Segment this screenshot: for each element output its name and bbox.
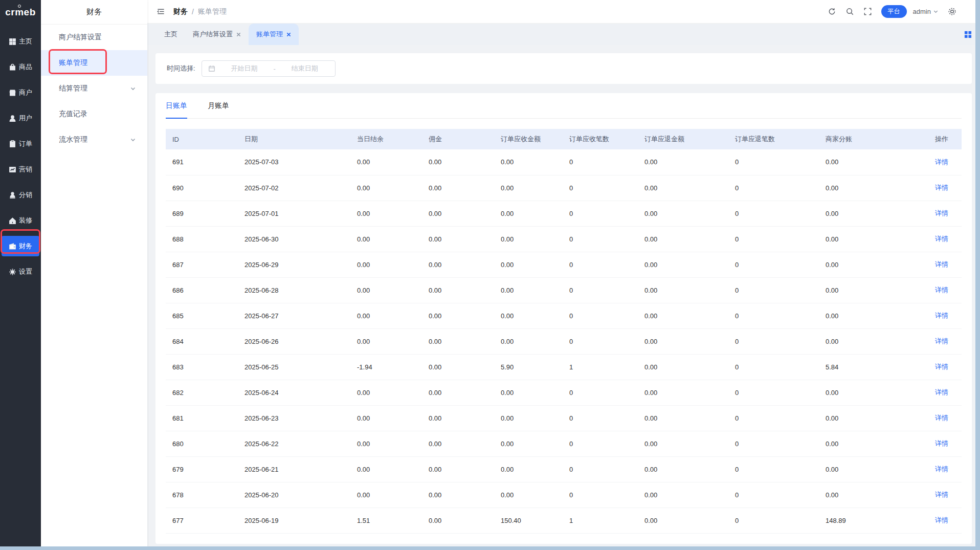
- tab-daily-bill[interactable]: 日账单: [166, 93, 187, 118]
- cell-commission: 0.00: [429, 252, 501, 277]
- sidebar-item-label: 商户: [19, 88, 32, 97]
- sidebar-item-marketing[interactable]: 营销: [2, 159, 39, 180]
- table-row: 678 2025-06-20 0.00 0.00 0.00 0 0.00 0 0…: [166, 482, 962, 508]
- cell-commission: 0.00: [429, 508, 501, 533]
- sidebar-item-label: 财务: [19, 241, 32, 251]
- sidebar-item-order[interactable]: 订单: [2, 134, 39, 154]
- cell-commission: 0.00: [429, 380, 501, 405]
- detail-link[interactable]: 详情: [935, 184, 948, 191]
- cell-receivable-amount: 0.00: [501, 303, 569, 328]
- menu-fold-icon[interactable]: [157, 7, 165, 16]
- cell-date: 2025-06-26: [244, 328, 357, 354]
- sidebar-item-label: 设置: [19, 267, 32, 276]
- table-row: 680 2025-06-22 0.00 0.00 0.00 0 0.00 0 0…: [166, 431, 962, 456]
- cell-refundable-amount: 0.00: [644, 149, 735, 175]
- col-refundable-count: 订单应退笔数: [735, 129, 826, 149]
- cell-receivable-amount: 0.00: [501, 482, 569, 508]
- platform-badge[interactable]: 平台: [881, 5, 907, 18]
- menu-item-bill-management[interactable]: 账单管理: [41, 50, 147, 76]
- menu-item-flow-management[interactable]: 流水管理: [41, 127, 147, 152]
- col-receivable-amount: 订单应收金额: [501, 129, 569, 149]
- end-date-input[interactable]: 结束日期: [281, 64, 329, 73]
- sidebar-item-merchant[interactable]: 商户: [2, 82, 39, 103]
- cell-commission: 0.00: [429, 328, 501, 354]
- cell-merchant-split: 0.00: [826, 482, 935, 508]
- menu-item-recharge-record[interactable]: 充值记录: [41, 101, 147, 127]
- page-tab-home[interactable]: 主页: [157, 24, 185, 45]
- cell-receivable-amount: 0.00: [501, 252, 569, 277]
- fullscreen-icon[interactable]: [863, 7, 872, 16]
- detail-link[interactable]: 详情: [935, 235, 948, 243]
- cell-receivable-amount: 0.00: [501, 328, 569, 354]
- cell-date: 2025-06-25: [244, 354, 357, 380]
- user-menu[interactable]: admin: [913, 8, 939, 15]
- page-tab-bill-management[interactable]: 账单管理: [249, 24, 299, 45]
- cell-refundable-count: 0: [735, 252, 826, 277]
- sidebar-item-decoration[interactable]: 装修: [2, 210, 39, 231]
- sidebar-item-settings[interactable]: 设置: [2, 261, 39, 282]
- detail-link[interactable]: 详情: [935, 465, 948, 473]
- close-icon[interactable]: [286, 32, 291, 37]
- cell-receivable-count: 1: [569, 508, 644, 533]
- detail-link[interactable]: 详情: [935, 286, 948, 294]
- cell-commission: 0.00: [429, 303, 501, 328]
- cell-commission: 0.00: [429, 354, 501, 380]
- detail-link[interactable]: 详情: [935, 337, 948, 345]
- detail-link[interactable]: 详情: [935, 414, 948, 422]
- cell-commission: 0.00: [429, 277, 501, 303]
- cell-merchant-split: 5.84: [826, 354, 935, 380]
- table-row: 687 2025-06-29 0.00 0.00 0.00 0 0.00 0 0…: [166, 252, 962, 277]
- menu-item-merchant-settlement-settings[interactable]: 商户结算设置: [41, 25, 147, 50]
- cell-refundable-amount: 0.00: [644, 277, 735, 303]
- cell-receivable-amount: 0.00: [501, 456, 569, 482]
- detail-link[interactable]: 详情: [935, 491, 948, 498]
- detail-link[interactable]: 详情: [935, 158, 948, 166]
- app-root: crmeb 主页 商品 商户 用户 订单: [0, 0, 980, 550]
- cell-refundable-count: 0: [735, 431, 826, 456]
- product-icon: [9, 63, 16, 71]
- horizontal-scrollbar[interactable]: [0, 546, 980, 550]
- cell-date: 2025-06-28: [244, 277, 357, 303]
- sidebar-item-user[interactable]: 用户: [2, 108, 39, 128]
- cell-refundable-amount: 0.00: [644, 201, 735, 226]
- menu-item-settlement-management[interactable]: 结算管理: [41, 76, 147, 101]
- main-area: 财务 / 账单管理 平台 admin 主页: [147, 0, 980, 550]
- sidebar-item-home[interactable]: 主页: [2, 31, 39, 52]
- cell-id: 690: [166, 175, 244, 201]
- cell-receivable-amount: 0.00: [501, 149, 569, 175]
- detail-link[interactable]: 详情: [935, 260, 948, 268]
- detail-link[interactable]: 详情: [935, 209, 948, 217]
- cell-merchant-split: 0.00: [826, 277, 935, 303]
- vertical-scrollbar[interactable]: [975, 0, 980, 550]
- search-icon[interactable]: [845, 7, 854, 16]
- start-date-input[interactable]: 开始日期: [220, 64, 269, 73]
- secondary-sidebar: 财务 商户结算设置 账单管理 结算管理 充值记录 流水管理: [41, 0, 147, 550]
- close-icon[interactable]: [236, 32, 241, 37]
- detail-link[interactable]: 详情: [935, 363, 948, 370]
- detail-link[interactable]: 详情: [935, 388, 948, 396]
- tab-monthly-bill[interactable]: 月账单: [208, 93, 229, 118]
- cell-id: 683: [166, 354, 244, 380]
- cell-receivable-count: 0: [569, 252, 644, 277]
- logo[interactable]: crmeb: [0, 0, 41, 25]
- table-row: 691 2025-07-03 0.00 0.00 0.00 0 0.00 0 0…: [166, 149, 962, 175]
- detail-link[interactable]: 详情: [935, 439, 948, 447]
- cell-id: 682: [166, 380, 244, 405]
- sidebar-item-distribution[interactable]: 分销: [2, 185, 39, 205]
- tab-options-grid-icon[interactable]: [964, 24, 972, 45]
- cell-id: 688: [166, 226, 244, 252]
- col-daily-balance: 当日结余: [357, 129, 429, 149]
- page-tab-merchant-settlement-settings[interactable]: 商户结算设置: [185, 24, 249, 45]
- detail-link[interactable]: 详情: [935, 516, 948, 524]
- bill-table: ID 日期 当日结余 佣金 订单应收金额 订单应收笔数 订单应退金额 订单应退笔…: [166, 129, 962, 534]
- cell-daily-balance: 0.00: [357, 405, 429, 431]
- cell-receivable-amount: 0.00: [501, 431, 569, 456]
- sidebar-item-finance[interactable]: 财务: [2, 236, 39, 256]
- date-range-picker[interactable]: 开始日期 - 结束日期: [202, 60, 336, 77]
- refresh-icon[interactable]: [828, 7, 836, 16]
- gear-icon[interactable]: [948, 7, 956, 16]
- cell-receivable-count: 1: [569, 354, 644, 380]
- detail-link[interactable]: 详情: [935, 312, 948, 319]
- sidebar-item-product[interactable]: 商品: [2, 57, 39, 77]
- breadcrumb-section[interactable]: 财务: [173, 7, 188, 16]
